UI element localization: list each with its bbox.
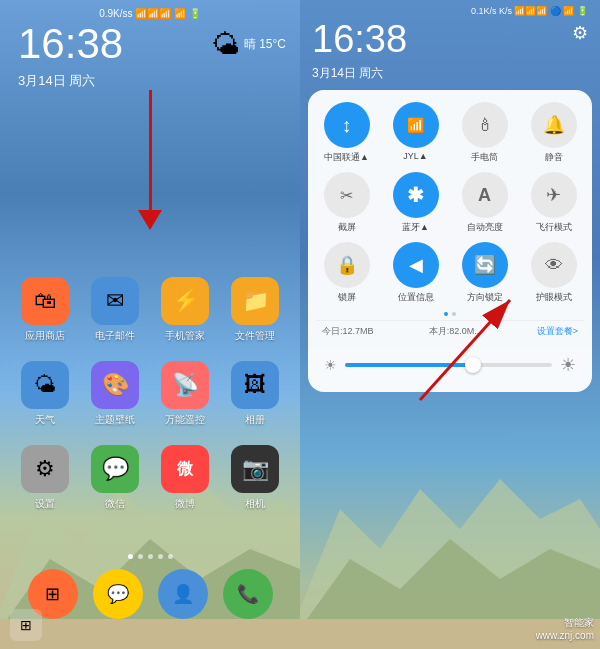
left-date: 3月14日 周六 [18,72,95,90]
app-email[interactable]: ✉ 电子邮件 [85,277,145,343]
lock-btn[interactable]: 🔒 [324,242,370,288]
quick-item-lock[interactable]: 🔒 锁屏 [316,242,377,304]
airplane-label: 飞行模式 [536,221,572,234]
app-themes[interactable]: 🎨 主题壁纸 [85,361,145,427]
app-settings[interactable]: ⚙ 设置 [15,445,75,511]
dock-icon-phone[interactable]: 📞 [223,569,273,619]
svg-line-7 [420,300,510,400]
apps-row-2: 🌤 天气 🎨 主题壁纸 📡 万能遥控 🖼 相册 [10,361,290,427]
quick-item-flashlight[interactable]: 🕯 手电筒 [454,102,515,164]
brightness-high-icon: ☀ [560,354,576,376]
app-wechat[interactable]: 💬 微信 [85,445,145,511]
mini-app-icon[interactable]: ⊞ [10,609,42,641]
app-remote[interactable]: 📡 万能遥控 [155,361,215,427]
app-security[interactable]: ⚡ 手机管家 [155,277,215,343]
bluetooth-btn[interactable]: ✱ [393,172,439,218]
screenshot-btn[interactable]: ✂ [324,172,370,218]
dock: ⊞ 💬 👤 📞 [0,569,300,619]
quick-item-airplane[interactable]: ✈ 飞行模式 [523,172,584,234]
quick-item-bluetooth[interactable]: ✱ 蓝牙▲ [385,172,446,234]
left-panel: 0.9K/s s 📶📶📶 📶 🔋 16:38 3月14日 周六 🌤 晴 15°C… [0,0,300,649]
weather-text: 晴 15°C [244,36,286,53]
svg-rect-2 [0,619,300,649]
apps-row-1: 🛍 应用商店 ✉ 电子邮件 ⚡ 手机管家 📁 文件管理 [10,277,290,343]
bluetooth-label: 蓝牙▲ [402,221,429,234]
red-arrow-indicator [400,280,520,410]
flashlight-btn[interactable]: 🕯 [462,102,508,148]
dot-1 [128,554,133,559]
flashlight-label: 手电筒 [471,151,498,164]
settings-gear-icon[interactable]: ⚙ [572,22,588,44]
autobright-label: 自动亮度 [467,221,503,234]
quick-item-carrier2[interactable]: 📶 JYL▲ [385,102,446,164]
data-settings-link[interactable]: 设置套餐> [537,325,578,338]
data-today: 今日:12.7MB [322,325,374,338]
dot-5 [168,554,173,559]
page-dots [0,554,300,559]
dot-4 [158,554,163,559]
apps-row-3: ⚙ 设置 💬 微信 微 微博 📷 相机 [10,445,290,511]
right-time: 16:38 [312,18,407,61]
airplane-btn[interactable]: ✈ [531,172,577,218]
dot-3 [148,554,153,559]
dock-icon-message[interactable]: 💬 [93,569,143,619]
app-camera[interactable]: 📷 相机 [225,445,285,511]
carrier2-btn[interactable]: 📶 [393,102,439,148]
quick-grid: ↕ 中国联通▲ 📶 JYL▲ 🕯 手电筒 🔔 静音 ✂ 截屏 ✱ [316,102,584,304]
weather-widget: 🌤 晴 15°C [212,28,286,61]
app-gallery[interactable]: 🖼 相册 [225,361,285,427]
right-status-bar: 0.1K/s K/s 📶📶📶 🔵 📶 🔋 [300,6,600,16]
quick-item-eyecare[interactable]: 👁 护眼模式 [523,242,584,304]
right-panel: 0.1K/s K/s 📶📶📶 🔵 📶 🔋 16:38 3月14日 周六 ⚙ ↕ … [300,0,600,649]
lock-label: 锁屏 [338,291,356,304]
quick-item-carrier1[interactable]: ↕ 中国联通▲ [316,102,377,164]
weather-icon: 🌤 [212,28,240,61]
silent-btn[interactable]: 🔔 [531,102,577,148]
dock-icon-contacts[interactable]: 👤 [158,569,208,619]
left-status-bar: 0.9K/s s 📶📶📶 📶 🔋 [0,8,300,19]
apps-grid: 🛍 应用商店 ✉ 电子邮件 ⚡ 手机管家 📁 文件管理 🌤 天气 🎨 [0,277,300,529]
watermark-url: www.znj.com [536,630,594,641]
carrier1-label: 中国联通▲ [324,151,369,164]
watermark-brand: 智能家 [536,616,594,630]
watermark: 智能家 www.znj.com [536,616,594,641]
right-status-text: 0.1K/s K/s 📶📶📶 🔵 📶 🔋 [471,6,588,16]
app-files[interactable]: 📁 文件管理 [225,277,285,343]
quick-item-autobright[interactable]: A 自动亮度 [454,172,515,234]
app-weather[interactable]: 🌤 天气 [15,361,75,427]
swipe-down-arrow [0,90,300,230]
eyecare-btn[interactable]: 👁 [531,242,577,288]
autobright-btn[interactable]: A [462,172,508,218]
quick-item-silent[interactable]: 🔔 静音 [523,102,584,164]
eyecare-label: 护眼模式 [536,291,572,304]
left-time: 16:38 [18,20,123,68]
silent-label: 静音 [545,151,563,164]
carrier1-btn[interactable]: ↕ [324,102,370,148]
carrier2-label: JYL▲ [403,151,427,161]
left-status-text: 0.9K/s [99,8,127,19]
app-weibo[interactable]: 微 微博 [155,445,215,511]
dot-2 [138,554,143,559]
right-date: 3月14日 周六 [312,65,383,82]
quick-item-screenshot[interactable]: ✂ 截屏 [316,172,377,234]
brightness-low-icon: ☀ [324,357,337,373]
app-appstore[interactable]: 🛍 应用商店 [15,277,75,343]
screenshot-label: 截屏 [338,221,356,234]
